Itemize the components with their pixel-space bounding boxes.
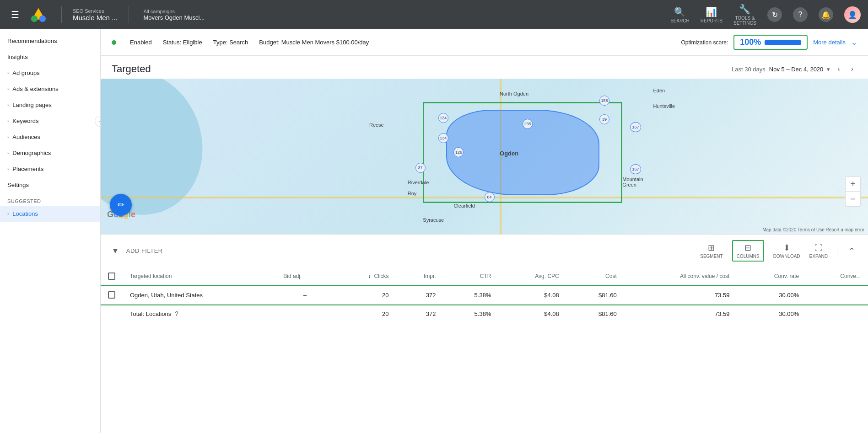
total-bid-adj: [276, 305, 334, 323]
total-label: Total: Locations ?: [123, 305, 276, 323]
more-details-link[interactable]: More details: [813, 39, 846, 46]
campaign-nav: All campaigns Movers Ogden Muscl...: [144, 9, 205, 21]
locations-label: Locations: [12, 210, 38, 217]
toolbar-divider: [837, 245, 837, 257]
total-ctr: 5.38%: [443, 305, 499, 323]
notifications-button[interactable]: 🔔: [819, 7, 833, 22]
map-zoom-out-button[interactable]: −: [846, 192, 860, 206]
sidebar-item-demographics[interactable]: › Demographics: [0, 145, 100, 161]
recommendations-label: Recommendations: [7, 37, 57, 44]
ads-ext-label: Ads & extensions: [12, 86, 58, 92]
total-clicks: 20: [334, 305, 396, 323]
row-conv: [806, 286, 868, 305]
sidebar-item-insights[interactable]: Insights: [0, 49, 100, 65]
campaign-label: All campaigns: [144, 9, 205, 14]
status-label: Status: Eligible: [163, 39, 202, 46]
date-range-dropdown[interactable]: ▾: [827, 66, 830, 73]
search-icon-group[interactable]: 🔍 SEARCH: [670, 6, 690, 23]
ad-groups-label: Ad groups: [12, 69, 39, 76]
refresh-button[interactable]: ↻: [767, 7, 782, 22]
campaign-name[interactable]: Movers Ogden Muscl...: [144, 14, 205, 21]
keywords-label: Keywords: [12, 118, 38, 124]
hamburger-menu[interactable]: ☰: [7, 5, 23, 24]
map-container[interactable]: North Ogden Eden Huntsville Reese Ogden …: [101, 79, 868, 234]
total-all-conv: 73.59: [624, 305, 737, 323]
reports-icon: 📊: [706, 6, 717, 17]
chevron-down-icon[interactable]: ⌄: [851, 38, 857, 47]
keywords-arrow: ›: [7, 118, 9, 123]
opt-score-bar: [765, 40, 801, 45]
sidebar-item-landing-pages[interactable]: › Landing pages: [0, 97, 100, 113]
table-total-row: Total: Locations ? 20 372 5.38% $4.08 $8…: [101, 305, 868, 323]
brand-name[interactable]: Muscle Men ...: [73, 14, 118, 21]
th-conv-rate: Conv. rate: [737, 267, 806, 286]
search-icon: 🔍: [674, 6, 685, 17]
search-label: SEARCH: [670, 18, 690, 23]
map-circle-126: 126: [453, 147, 464, 157]
demographics-arrow: ›: [7, 150, 9, 155]
ads-ext-arrow: ›: [7, 86, 9, 91]
sidebar-item-recommendations[interactable]: Recommendations: [0, 33, 100, 49]
map-zoom-in-button[interactable]: +: [846, 177, 860, 192]
avatar[interactable]: 👤: [844, 6, 861, 23]
map-edit-button[interactable]: ✏: [110, 194, 132, 216]
segment-action[interactable]: ⊞ SEGMENT: [700, 243, 722, 259]
sidebar-item-placements[interactable]: › Placements: [0, 161, 100, 177]
demographics-label: Demographics: [12, 150, 51, 156]
opt-score-box: 100%: [733, 35, 808, 50]
table-header-row: Targeted location Bid adj. ↓ Clicks Impr…: [101, 267, 868, 286]
row-checkbox[interactable]: [108, 291, 115, 299]
brand-parent: SEO Services: [73, 8, 118, 14]
app-header: ☰ SEO Services Muscle Men ... All campai…: [0, 0, 868, 29]
date-prev-button[interactable]: ‹: [834, 63, 843, 75]
expand-action[interactable]: ⛶ EXPAND: [809, 243, 828, 259]
total-conv: [806, 305, 868, 323]
main-content: Enabled Status: Eligible Type: Search Bu…: [101, 29, 868, 433]
sidebar-item-ad-groups[interactable]: › Ad groups: [0, 65, 100, 81]
columns-action[interactable]: ⊟ COLUMNS: [732, 240, 764, 262]
sidebar-item-ads-extensions[interactable]: › Ads & extensions: [0, 81, 100, 97]
map-label-syracuse: Syracuse: [423, 217, 444, 223]
map-circle-134a: 134: [438, 113, 448, 123]
svg-point-2: [39, 16, 46, 22]
sidebar: Recommendations Insights › Ad groups › A…: [0, 29, 101, 433]
placements-label: Placements: [12, 166, 43, 172]
help-button[interactable]: ?: [793, 7, 808, 22]
map-label-ogden: Ogden: [500, 150, 518, 157]
audiences-label: Audiences: [12, 134, 40, 140]
date-range-value: Nov 5 – Dec 4, 2020: [769, 66, 824, 73]
sidebar-item-keywords[interactable]: › Keywords ‹: [0, 113, 100, 129]
app-body: Recommendations Insights › Ad groups › A…: [0, 29, 868, 433]
brand-nav: SEO Services Muscle Men ...: [73, 8, 118, 21]
segment-icon: ⊞: [708, 243, 715, 253]
add-filter-button[interactable]: ADD FILTER: [126, 247, 163, 254]
budget-value: Muscle Men Movers $100.00/day: [281, 39, 369, 46]
th-conv: Conve...: [806, 267, 868, 286]
type-label: Type: Search: [213, 39, 248, 46]
sidebar-item-settings[interactable]: Settings: [0, 177, 100, 193]
filter-icon: ▼: [112, 247, 119, 255]
row-cost: $81.60: [566, 286, 624, 305]
date-range-section: Last 30 days Nov 5 – Dec 4, 2020 ▾ ‹ ›: [732, 63, 857, 75]
map-label-eden: Eden: [653, 88, 665, 93]
reports-label: REPORTS: [701, 18, 722, 23]
row-conv-rate: 30.00%: [737, 286, 806, 305]
download-action[interactable]: ⬇ DOWNLOAD: [773, 243, 800, 259]
row-targeted-location: Ogden, Utah, United States: [123, 286, 276, 305]
sidebar-item-locations[interactable]: › Locations: [0, 206, 100, 222]
th-all-conv: All conv. value / cost: [624, 267, 737, 286]
date-next-button[interactable]: ›: [847, 63, 857, 75]
sidebar-toggle-button[interactable]: ‹: [95, 116, 101, 127]
ad-groups-arrow: ›: [7, 70, 9, 75]
reports-icon-group[interactable]: 📊 REPORTS: [701, 6, 722, 23]
help-icon[interactable]: ?: [175, 310, 178, 317]
sort-arrow-icon: ↓: [368, 273, 371, 279]
th-clicks[interactable]: ↓ Clicks: [334, 267, 396, 286]
collapse-button[interactable]: ⌃: [846, 244, 857, 258]
landing-pages-arrow: ›: [7, 102, 9, 107]
th-avg-cpc: Avg. CPC: [498, 267, 566, 286]
header-checkbox[interactable]: [108, 273, 115, 280]
header-icons: 🔍 SEARCH 📊 REPORTS 🔧 TOOLS &SETTINGS ↻ ?…: [670, 4, 861, 26]
tools-icon-group[interactable]: 🔧 TOOLS &SETTINGS: [733, 4, 756, 26]
sidebar-item-audiences[interactable]: › Audiences: [0, 129, 100, 145]
